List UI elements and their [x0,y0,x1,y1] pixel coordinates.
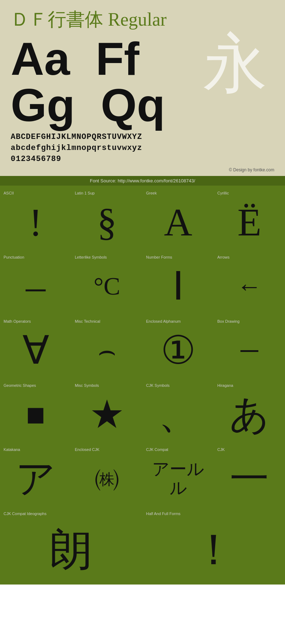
cell-symbol-geometric: ■ [26,390,45,438]
cell-label-cyrillic: Cyrillic [217,191,229,195]
grid-cell-latin1sup: Latin 1 Sup § [71,186,142,250]
grid-cell-enclosedcjk: Enclosed CJK ㈱ [71,442,142,506]
grid-cell-miscsymbols: Misc Symbols ★ [71,378,142,442]
alphabet-lower: abcdefghijklmnopqrstuvwxyz [11,143,274,154]
grid-cell-ascii: ASCII ! [0,186,71,250]
cell-symbol-cyrillic: Ë [237,198,261,246]
grid-cell-mathoperators: Math Operators ∀ [0,314,71,378]
grid-cell-cyrillic: Cyrillic Ë [214,186,285,250]
cell-symbol-letterlike: °C [94,262,120,310]
source-bar: Font Source: http://www.fontke.com/font/… [0,176,285,186]
large-letters-container: Aa Ff Gg Qq 永 [11,36,274,128]
letters-row-2: Gg Qq [11,82,165,128]
cell-symbol-cjkideographs: 朗 [50,519,93,581]
cell-symbol-boxdrawing: ─ [240,326,258,374]
grid-cell-boxdrawing: Box Drawing ─ [214,314,285,378]
grid-cell-cjk: CJK 一 [214,442,285,506]
top-section: ＤＦ行書体 Regular Aa Ff Gg Qq 永 ABCDEFGHIJKL… [0,0,285,176]
cell-symbol-punctuation: – [26,262,46,310]
cell-symbol-mathoperators: ∀ [22,326,49,374]
cell-label-punctuation: Punctuation [4,255,24,259]
grid-cell-numberforms: Number Forms Ⅰ [142,250,214,314]
grid-cell-arrows: Arrows ← [214,250,285,314]
cell-symbol-cjk: 一 [230,455,269,503]
grid-cell-katakana: Katakana ア [0,442,71,506]
cell-symbol-cjkcompat: アールル [152,455,204,503]
cell-symbol-latin1sup: § [97,198,117,246]
cell-symbol-numberforms: Ⅰ [172,262,184,310]
grid-cell-enclosed: Enclosed Alphanum ① [142,314,214,378]
grid-cell-letterlike: Letterlike Symbols °C [71,250,142,314]
cell-label-halffulls: Half And Full Forms [146,511,181,516]
grid-cell-cjksymbols: CJK Symbols 、 [142,378,214,442]
cell-label-greek: Greek [146,191,157,195]
cell-symbol-miscsymbols: ★ [89,390,125,438]
grid-cell-cjkideographs: CJK Compat Ideographs 朗 [0,506,142,585]
cell-label-numberforms: Number Forms [146,255,172,259]
cell-label-geometric: Geometric Shapes [4,383,36,388]
cell-label-enclosedcjk: Enclosed CJK [75,447,99,452]
cell-symbol-greek: Α [164,198,192,246]
cell-symbol-arrows: ← [237,262,262,310]
grid-cell-geometric: Geometric Shapes ■ [0,378,71,442]
cell-label-hiragana: Hiragana [217,383,233,388]
cell-label-katakana: Katakana [4,447,20,452]
cell-label-enclosed: Enclosed Alphanum [146,319,181,323]
cell-label-arrows: Arrows [217,255,229,259]
symbol-grid: ASCII ! Latin 1 Sup § Greek Α Cyrillic Ë… [0,186,285,506]
cell-symbol-cjksymbols: 、 [159,390,198,438]
cell-label-cjksymbols: CJK Symbols [146,383,170,388]
cell-label-ascii: ASCII [4,191,14,195]
cell-symbol-hiragana: あ [229,390,270,438]
cell-label-misctechnical: Misc Technical [75,319,100,323]
cell-label-cjkideographs: CJK Compat Ideographs [4,511,46,516]
last-row-grid: CJK Compat Ideographs 朗 Half And Full Fo… [0,506,285,585]
cell-label-mathoperators: Math Operators [4,319,31,323]
cell-symbol-enclosed: ① [161,326,196,374]
cell-symbol-misctechnical: ⌢ [98,326,116,374]
bottom-section: Font Source: http://www.fontke.com/font/… [0,176,285,585]
credit: © Design by fontke.com [11,167,274,172]
grid-cell-cjkcompat: CJK Compat アールル [142,442,214,506]
kanji-watermark: 永 [203,32,267,96]
grid-cell-misctechnical: Misc Technical ⌢ [71,314,142,378]
cell-label-latin1sup: Latin 1 Sup [75,191,95,195]
grid-cell-punctuation: Punctuation – [0,250,71,314]
cell-label-letterlike: Letterlike Symbols [75,255,107,259]
grid-cell-halffulls: Half And Full Forms ！ [142,506,285,585]
cell-label-cjk: CJK [217,447,225,452]
cell-label-boxdrawing: Box Drawing [217,319,239,323]
letters-row-1: Aa Ff [11,36,165,82]
cell-symbol-ascii: ! [29,198,42,246]
cell-symbol-halffulls: ！ [192,519,235,581]
sample-letters: Aa Ff Gg Qq [11,36,165,128]
grid-cell-hiragana: Hiragana あ [214,378,285,442]
digits: 0123456789 [11,154,274,165]
cell-label-miscsymbols: Misc Symbols [75,383,99,388]
cell-symbol-enclosedcjk: ㈱ [94,455,119,503]
cell-symbol-katakana: ア [16,455,56,503]
grid-cell-greek: Greek Α [142,186,214,250]
alphabet-rows: ABCDEFGHIJKLMNOPQRSTUVWXYZ abcdefghijklm… [11,132,274,165]
cell-label-cjkcompat: CJK Compat [146,447,168,452]
alphabet-upper: ABCDEFGHIJKLMNOPQRSTUVWXYZ [11,132,274,143]
